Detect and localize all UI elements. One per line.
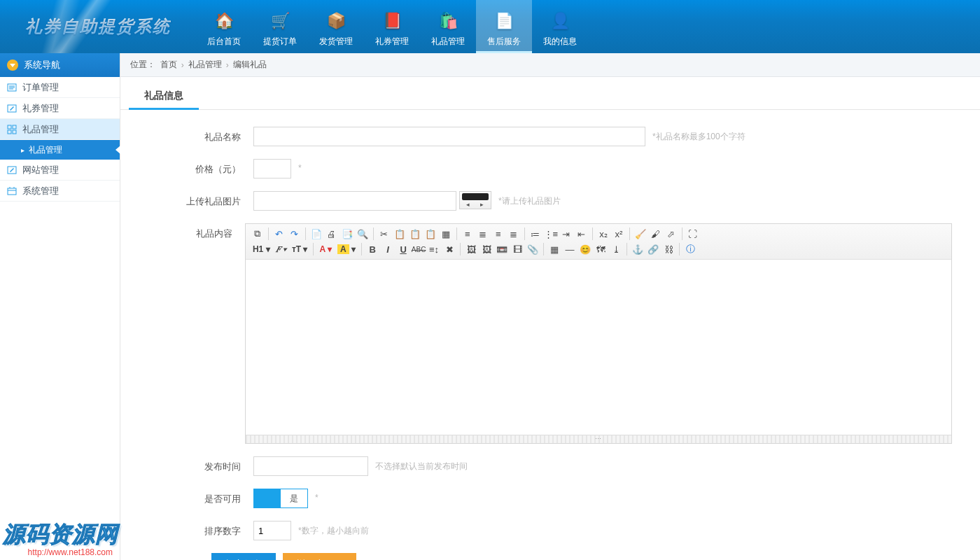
emoji-icon[interactable]: 😊 [578, 242, 592, 256]
file-icon[interactable]: 📎 [526, 242, 540, 256]
breadcrumb-home[interactable]: 首页 [160, 59, 177, 71]
hr-icon[interactable]: — [563, 242, 577, 256]
indent-icon[interactable]: ⇥ [559, 227, 573, 241]
top-bar: 礼券自助提货系统 🏠后台首页 🛒提货订单 📦发货管理 📕礼券管理 🛍️礼品管理 … [0, 0, 980, 53]
underline-icon[interactable]: U [396, 242, 410, 256]
sidebar-item-site[interactable]: 网站管理 [0, 160, 120, 181]
nav-delivery[interactable]: 📦发货管理 [308, 0, 364, 53]
about-icon[interactable]: ⓘ [683, 242, 697, 256]
nav-orders[interactable]: 🛒提货订单 [252, 0, 308, 53]
sidebar-item-gift[interactable]: 礼品管理 [0, 119, 120, 140]
sub-icon[interactable]: x₂ [596, 227, 610, 241]
breadcrumb-p1[interactable]: 礼品管理 [188, 59, 222, 71]
label-sort: 排序数字 [148, 521, 253, 538]
paste-plain-icon[interactable]: 📋 [424, 227, 438, 241]
toggle-enable[interactable]: 是 [253, 489, 308, 508]
link-icon[interactable]: 🔗 [646, 242, 660, 256]
align-left-icon[interactable]: ≡ [461, 227, 475, 241]
print-icon[interactable]: 🖨 [325, 227, 339, 241]
table-icon[interactable]: ▦ [547, 242, 561, 256]
input-name[interactable] [253, 127, 645, 146]
lineheight-icon[interactable]: ≡↕ [427, 242, 441, 256]
home-icon: 🏠 [214, 10, 234, 31]
align-right-icon[interactable]: ≡ [491, 227, 505, 241]
label-image: 上传礼品图片 [148, 191, 253, 208]
image-icon[interactable]: 🖼 [464, 242, 478, 256]
fontfamily-dropdown[interactable]: 𝐹 ▾ [273, 244, 289, 254]
select-all-icon[interactable]: ▦ [439, 227, 453, 241]
app-title: 礼券自助提货系统 [25, 15, 171, 38]
sidebar-item-site-label: 网站管理 [22, 164, 59, 176]
grid-icon [7, 125, 17, 134]
bg-color-icon[interactable]: A ▾ [335, 244, 358, 254]
resize-handle[interactable]: ⋯ [246, 435, 951, 443]
media-icon[interactable]: 🎞 [510, 242, 524, 256]
label-price: 价格（元） [148, 159, 253, 176]
book-icon: 📕 [382, 10, 402, 31]
sidebar-item-system[interactable]: 系统管理 [0, 181, 120, 202]
label-name: 礼品名称 [148, 127, 253, 144]
cart-icon: 🛒 [270, 10, 290, 31]
editor-toolbar: ⧉ ↶ ↷ 📄 🖨 📑 🔍 ✂ 📋 📋 📋 ▦ ≡ [246, 224, 951, 260]
sidebar-item-system-label: 系统管理 [22, 185, 59, 197]
fullscreen-icon[interactable]: ⛶ [686, 227, 700, 241]
svg-rect-3 [13, 125, 16, 129]
anchor-icon[interactable]: ⚓ [631, 242, 645, 256]
toggle-off-label: 是 [281, 489, 307, 507]
template-icon[interactable]: 📑 [340, 227, 354, 241]
select-icon[interactable]: ⬀ [664, 227, 678, 241]
hint-sort: *数字，越小越向前 [298, 521, 369, 537]
collapse-icon[interactable] [7, 59, 18, 71]
sidebar-item-orders[interactable]: 订单管理 [0, 77, 120, 98]
unlink-icon[interactable]: ⛓ [662, 242, 676, 256]
bold-icon[interactable]: B [365, 242, 379, 256]
nav-gift[interactable]: 🛍️礼品管理 [420, 0, 476, 53]
submit-button[interactable]: 提交保存 [211, 553, 276, 560]
label-publish: 发布时间 [148, 456, 253, 473]
italic-icon[interactable]: I [381, 242, 395, 256]
align-center-icon[interactable]: ≣ [476, 227, 490, 241]
sup-icon[interactable]: x² [612, 227, 626, 241]
upload-button[interactable] [459, 191, 491, 209]
input-sort[interactable] [253, 521, 291, 540]
fontsize-dropdown[interactable]: тT ▾ [289, 244, 311, 254]
map-icon[interactable]: 🗺 [594, 242, 608, 256]
preview-icon[interactable]: 🔍 [356, 227, 370, 241]
editor-body[interactable] [246, 260, 951, 435]
font-color-icon[interactable]: A ▾ [316, 244, 335, 254]
quickformat-icon[interactable]: 🖌 [649, 227, 663, 241]
input-price[interactable] [253, 159, 291, 178]
back-button[interactable]: 返回上一页 [283, 553, 356, 560]
breadcrumb-p2: 编辑礼品 [233, 59, 267, 71]
paste-word-icon[interactable]: 📋 [408, 227, 422, 241]
flash-icon[interactable]: 📼 [495, 242, 509, 256]
align-justify-icon[interactable]: ≣ [507, 227, 521, 241]
multiimage-icon[interactable]: 🖼 [479, 242, 493, 256]
input-publish[interactable] [253, 456, 368, 476]
input-image-path[interactable] [253, 191, 456, 211]
remove-format-icon[interactable]: ✖ [442, 242, 456, 256]
sidebar-item-coupon-label: 礼券管理 [22, 102, 59, 115]
list-icon [7, 83, 17, 92]
nav-delivery-label: 发货管理 [319, 36, 353, 48]
clear-format-icon[interactable]: 🧹 [634, 227, 648, 241]
paste-icon[interactable]: 📋 [393, 227, 407, 241]
source-icon[interactable]: ⧉ [251, 227, 265, 241]
sidebar-item-coupon[interactable]: 礼券管理 [0, 98, 120, 119]
cut-icon[interactable]: ✂ [377, 227, 391, 241]
nav-home[interactable]: 🏠后台首页 [196, 0, 252, 53]
strike-icon[interactable]: ABC [412, 242, 426, 256]
nav-profile[interactable]: 👤我的信息 [532, 0, 588, 53]
top-nav: 🏠后台首页 🛒提货订单 📦发货管理 📕礼券管理 🛍️礼品管理 📄售后服务 👤我的… [196, 0, 588, 53]
ul-icon[interactable]: ⋮≡ [544, 227, 558, 241]
heading-dropdown[interactable]: H1 ▾ [250, 244, 273, 254]
nav-coupon[interactable]: 📕礼券管理 [364, 0, 420, 53]
copy-icon[interactable]: 📄 [309, 227, 323, 241]
undo-icon[interactable]: ↶ [272, 227, 286, 241]
outdent-icon[interactable]: ⇤ [575, 227, 589, 241]
nav-service[interactable]: 📄售后服务 [476, 0, 532, 53]
redo-icon[interactable]: ↷ [288, 227, 302, 241]
ol-icon[interactable]: ≔ [528, 227, 542, 241]
sidebar-subitem-gift[interactable]: 礼品管理 [0, 140, 120, 160]
pagebreak-icon[interactable]: ⤓ [609, 242, 623, 256]
